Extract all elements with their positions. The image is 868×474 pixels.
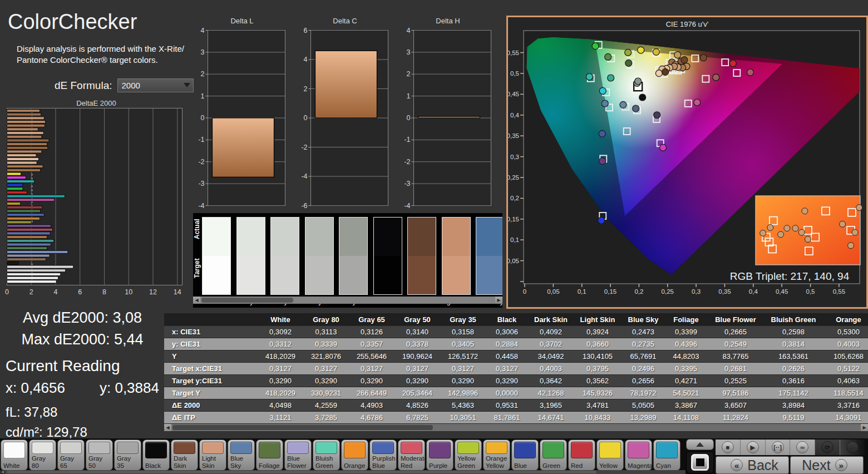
de-bar: [7, 225, 51, 228]
row-label: x: CIE31: [164, 326, 258, 338]
patch-button-moderate-red[interactable]: ModerateRed: [398, 440, 425, 471]
refresh-button[interactable]: ⟳: [815, 440, 840, 455]
column-header: Foliage: [665, 313, 707, 325]
table-cell: 0,2884: [486, 338, 528, 350]
patch-button-label: Light Skin: [202, 454, 224, 469]
measurement-marker: [638, 47, 644, 53]
patch-button-foliage[interactable]: Foliage: [256, 440, 283, 471]
color-chip: [287, 442, 309, 454]
scrollbar-thumb[interactable]: [201, 298, 293, 303]
patch-button-dark-skin[interactable]: Dark Skin: [171, 440, 198, 471]
row-label: Y: [164, 350, 258, 362]
patch-button-purplish-blue[interactable]: PurplishBlue: [369, 440, 397, 471]
de-formula-select[interactable]: 2000: [117, 78, 194, 92]
svg-text:0,35: 0,35: [508, 132, 519, 139]
stop-button[interactable]: ■: [716, 440, 740, 455]
table-row: Target Y418,2029330,9231266,6449205,3464…: [164, 387, 868, 399]
de-bar: [7, 217, 40, 220]
table-cell: 418,2029: [258, 387, 303, 399]
patch-button-gray-50[interactable]: Gray 50: [86, 440, 113, 471]
column-header: Blue Sky: [622, 313, 665, 325]
scrollbar-thumb[interactable]: [7, 471, 596, 473]
patch-button-white[interactable]: White: [1, 440, 28, 471]
table-cell: 65,7691: [622, 350, 665, 362]
patch-button-orange[interactable]: Orange: [341, 440, 368, 471]
cie-1976-diagram: CIE 1976 u'v'00,050,050,10,10,150,150,20…: [508, 17, 866, 307]
actual-patch: [374, 218, 402, 256]
de-bar: [7, 247, 47, 250]
svg-text:-4: -4: [198, 202, 204, 210]
table-cell: 0,3290: [440, 375, 486, 387]
table-cell: 81,7861: [486, 412, 528, 423]
table-row: y: CIE310,33120,33390,33570,33780,34050,…: [164, 338, 868, 350]
scroll-left-icon[interactable]: ◀: [164, 424, 171, 431]
patch-button-label: Black: [145, 461, 167, 470]
patch-button-gray-80[interactable]: Gray 80: [29, 440, 56, 471]
table-cell: 0,3405: [440, 338, 486, 350]
patch-button-cyan[interactable]: Cyan: [653, 440, 680, 471]
svg-text:0,2: 0,2: [634, 288, 643, 295]
patch-button-purple[interactable]: Purple: [426, 440, 453, 471]
patch-button-red[interactable]: Red: [568, 440, 595, 471]
loop-range-button[interactable]: [··]: [765, 440, 790, 455]
play-button[interactable]: ▶: [740, 440, 765, 455]
pattern-window-button[interactable]: [686, 451, 714, 473]
infinity-button[interactable]: ∞: [790, 440, 815, 455]
patch-button-yellow[interactable]: Yellow: [596, 440, 624, 471]
strip-scrollbar[interactable]: ◀ ▶: [193, 297, 502, 304]
de-bar: [7, 214, 45, 216]
play-icon: ▶: [747, 441, 759, 453]
patch-button-blue-sky[interactable]: Blue Sky: [228, 440, 255, 471]
table-row: ΔE 20004,04984,25594,49034,85265,43630,9…: [164, 399, 868, 412]
scroll-right-icon[interactable]: ▶: [495, 297, 502, 304]
next-button[interactable]: Next »: [790, 456, 864, 474]
page-title: ColorChecker: [8, 10, 137, 34]
scroll-left-icon[interactable]: ◀: [193, 297, 200, 304]
patch-button-gray-35[interactable]: Gray 35: [114, 440, 141, 471]
patch-button-label: Gray 65: [60, 454, 82, 469]
expand-up-button[interactable]: [686, 439, 714, 450]
table-cell: 0,5122: [823, 363, 868, 374]
colorchecker-window: ColorChecker Display analysis is perform…: [0, 0, 868, 474]
table-cell: 0,9531: [486, 399, 528, 411]
patch-button-label: Magenta: [628, 461, 649, 470]
patch-button-gray-65[interactable]: Gray 65: [57, 440, 85, 471]
patch-button-green[interactable]: Green: [540, 440, 567, 471]
patch-button-magenta[interactable]: Magenta: [625, 440, 652, 471]
table-cell: 0,3127: [486, 363, 528, 374]
record-button[interactable]: [840, 440, 865, 455]
table-cell: 0,3140: [394, 326, 440, 338]
patch-button-black[interactable]: Black: [142, 440, 170, 471]
avg-de2000: Avg dE2000: 3,08: [0, 309, 165, 327]
svg-text:0: 0: [304, 114, 308, 122]
measurement-marker: [608, 75, 614, 81]
scrollbar-thumb[interactable]: [172, 425, 433, 430]
de-bar: [7, 128, 38, 131]
strip-swatch: Gray 50: [305, 217, 334, 305]
table-cell: 44,8203: [665, 350, 707, 362]
back-button[interactable]: « Back: [716, 456, 789, 474]
patch-button-yellow-green[interactable]: YellowGreen: [455, 440, 482, 471]
scroll-right-icon[interactable]: ▶: [861, 424, 868, 431]
table-scrollbar[interactable]: ◀ ▶: [164, 424, 868, 431]
bottom-scrollbar[interactable]: ◀: [0, 470, 685, 474]
table-cell: 3,4781: [574, 399, 622, 411]
patch-button-bluish-green[interactable]: BluishGreen: [313, 440, 340, 471]
target-patch: [203, 256, 230, 294]
patch-button-label: Red: [571, 461, 593, 470]
target-patch: [408, 256, 436, 294]
table-cell: 3,1965: [528, 399, 574, 411]
patch-button-label: Yellow: [599, 461, 621, 470]
de-bar: [7, 258, 46, 261]
stop-icon: ■: [722, 441, 734, 453]
svg-text:0,3: 0,3: [510, 154, 519, 160]
patch-button-orange-yellow[interactable]: OrangeYellow: [483, 440, 510, 471]
delta-h-chart: 43210-1-2-3-4: [402, 26, 494, 211]
patch-button-light-skin[interactable]: Light Skin: [199, 440, 226, 471]
scroll-left-icon[interactable]: ◀: [0, 470, 5, 474]
patch-button-blue[interactable]: Blue: [511, 440, 539, 471]
svg-text:-2: -2: [404, 158, 410, 166]
de-bar: [7, 165, 43, 168]
patch-button-blue-flower[interactable]: BlueFlower: [284, 440, 312, 471]
table-cell: 6,7825: [394, 412, 440, 423]
